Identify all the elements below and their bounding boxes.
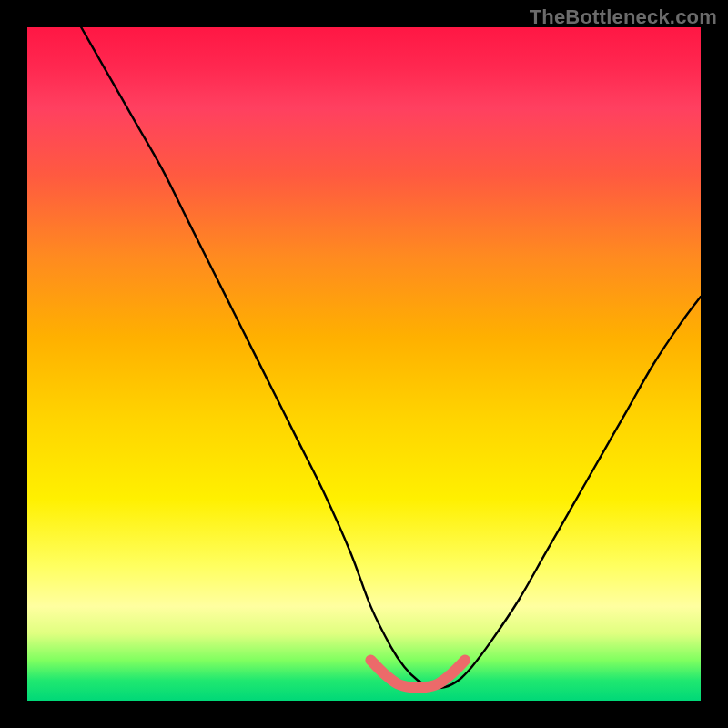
- watermark-text: TheBottleneck.com: [530, 5, 717, 29]
- bottleneck-curve: [81, 27, 701, 688]
- chart-container: TheBottleneck.com: [0, 0, 728, 728]
- chart-svg: [27, 27, 701, 701]
- plot-area: [27, 27, 701, 701]
- optimal-zone-marker: [370, 661, 465, 688]
